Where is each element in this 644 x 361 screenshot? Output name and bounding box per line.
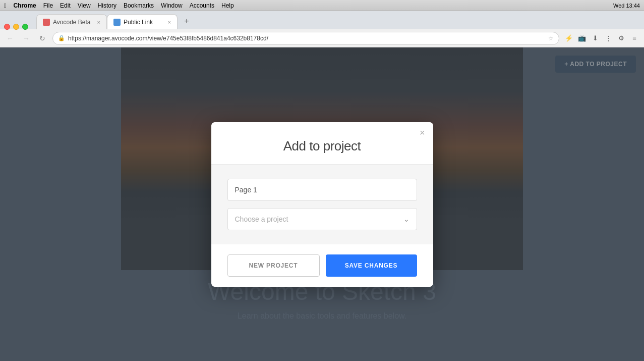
project-select-text: Choose a project xyxy=(235,215,403,223)
page-name-input[interactable] xyxy=(227,179,417,201)
minimize-window-button[interactable] xyxy=(13,24,19,30)
apps-icon[interactable]: ⋮ xyxy=(603,33,614,44)
settings-icon[interactable]: ⚙ xyxy=(616,33,627,44)
menu-time: Wed 13:44 xyxy=(613,3,640,9)
tab-avocode-close[interactable]: × xyxy=(97,19,100,25)
traffic-lights xyxy=(4,24,28,30)
menu-accounts[interactable]: Accounts xyxy=(190,2,214,9)
new-tab-button[interactable]: + xyxy=(180,14,194,28)
back-button[interactable]: ← xyxy=(4,32,16,44)
menu-file[interactable]: File xyxy=(43,2,53,9)
toolbar-right: ⚡ 📺 ⬇ ⋮ ⚙ ≡ xyxy=(563,33,640,44)
chrome-menu-icon[interactable]: ≡ xyxy=(629,33,640,44)
tab-avocode[interactable]: Avocode Beta × xyxy=(36,14,107,29)
project-select[interactable]: Choose a project ⌄ xyxy=(227,208,417,230)
modal-footer: NEW PROJECT SAVE CHANGES xyxy=(211,244,433,287)
close-window-button[interactable] xyxy=(4,24,10,30)
menu-bar-right: Wed 13:44 xyxy=(613,3,640,9)
tab-public-link-close[interactable]: × xyxy=(168,19,171,25)
extensions-icon[interactable]: ⚡ xyxy=(563,33,574,44)
forward-button[interactable]: → xyxy=(20,32,32,44)
tab-avocode-title: Avocode Beta xyxy=(53,19,94,26)
menu-chrome[interactable]: Chrome xyxy=(13,2,36,9)
modal-overlay: × Add to project Choose a project ⌄ NEW … xyxy=(0,47,644,361)
lock-icon: 🔒 xyxy=(58,35,65,41)
modal-title: Add to project xyxy=(227,138,417,154)
url-text: https://manager.avocode.com/view/e745e53… xyxy=(68,35,545,42)
add-to-project-modal: × Add to project Choose a project ⌄ NEW … xyxy=(211,122,433,287)
star-icon[interactable]: ☆ xyxy=(548,35,554,42)
new-project-button[interactable]: NEW PROJECT xyxy=(227,254,320,277)
url-bar[interactable]: 🔒 https://manager.avocode.com/view/e745e… xyxy=(52,32,559,45)
menu-edit[interactable]: Edit xyxy=(60,2,71,9)
apple-menu[interactable]:  xyxy=(4,2,6,9)
modal-body: Choose a project ⌄ xyxy=(211,165,433,244)
reload-button[interactable]: ↻ xyxy=(36,32,48,44)
save-changes-button[interactable]: SAVE CHANGES xyxy=(326,254,417,277)
public-link-favicon xyxy=(113,19,121,26)
tab-public-link[interactable]: Public Link × xyxy=(107,14,178,29)
download-icon[interactable]: ⬇ xyxy=(590,33,601,44)
menu-history[interactable]: History xyxy=(98,2,116,9)
menu-bookmarks[interactable]: Bookmarks xyxy=(124,2,154,9)
avocode-favicon xyxy=(43,19,50,26)
chevron-down-icon: ⌄ xyxy=(403,215,409,223)
cast-icon[interactable]: 📺 xyxy=(576,33,588,44)
menu-bar:  Chrome File Edit View History Bookmark… xyxy=(0,0,644,11)
tab-public-link-title: Public Link xyxy=(124,19,165,26)
modal-close-button[interactable]: × xyxy=(420,128,425,137)
maximize-window-button[interactable] xyxy=(22,24,28,30)
menu-window[interactable]: Window xyxy=(161,2,183,9)
page-content: Welcome to Sketch 3 Learn about the basi… xyxy=(0,47,644,361)
menu-view[interactable]: View xyxy=(78,2,91,9)
modal-header: × Add to project xyxy=(211,122,433,165)
tab-bar: Avocode Beta × Public Link × + xyxy=(0,11,644,29)
menu-help[interactable]: Help xyxy=(221,2,234,9)
address-bar: ← → ↻ 🔒 https://manager.avocode.com/view… xyxy=(0,29,644,47)
